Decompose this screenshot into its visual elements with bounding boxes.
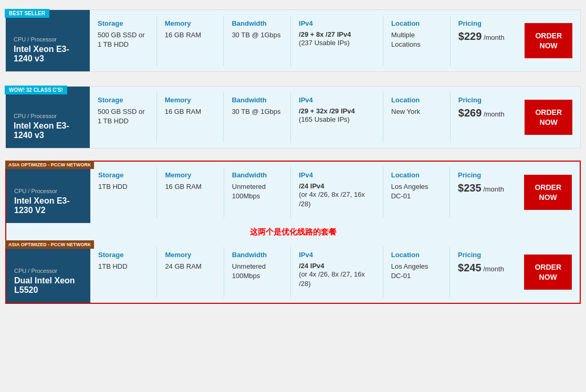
cpu-name-2: Intel Xeon E3-1240 v3 bbox=[14, 121, 82, 140]
memory-header-3: Memory bbox=[165, 171, 215, 179]
cpu-panel-1: CPU / Processor Intel Xeon E3-1240 v3 bbox=[6, 10, 90, 71]
cpu-label-3: CPU / Processor bbox=[14, 188, 82, 194]
product-row-2: WOW! 32 Class C's! CPU / Processor Intel… bbox=[5, 86, 581, 149]
pricing-col-1: Pricing $229 /month bbox=[451, 15, 517, 66]
ipv4-col-2: IPv4 /29 + 32x /29 IPv4 (165 Usable IPs) bbox=[291, 92, 383, 143]
ipv4-col-4: IPv4 /24 IPv4 (or 4x /26, 8x /27, 16x /2… bbox=[291, 247, 383, 298]
pricing-value-2: $269 /month bbox=[458, 107, 509, 119]
order-col-2: ORDERNOW bbox=[517, 87, 580, 148]
order-col-3: ORDERNOW bbox=[516, 162, 580, 223]
memory-header-1: Memory bbox=[165, 19, 216, 27]
cpu-panel-2: CPU / Processor Intel Xeon E3-1240 v3 bbox=[6, 87, 90, 148]
specs-area-1: Storage 500 GB SSD or 1 TB HDD Memory 16… bbox=[90, 10, 517, 71]
bandwidth-value-1: 30 TB @ 1Gbps bbox=[232, 30, 282, 40]
ipv4-detail-4: (or 4x /26, 8x /27, 16x /28) bbox=[299, 270, 375, 289]
location-header-3: Location bbox=[391, 171, 442, 179]
location-header-4: Location bbox=[391, 251, 442, 259]
bandwidth-value-4: Unmetered 100Mbps bbox=[232, 262, 282, 281]
ipv4-header-3: IPv4 bbox=[299, 171, 375, 179]
location-col-3: Location Los Angeles DC-01 bbox=[383, 167, 450, 218]
ipv4-header-2: IPv4 bbox=[299, 96, 375, 104]
product-row-4: ASIA OPTIMIZED - PCCW NETWORK CPU / Proc… bbox=[6, 241, 580, 303]
pricing-header-2: Pricing bbox=[458, 96, 509, 104]
location-col-4: Location Los Angeles DC-01 bbox=[383, 247, 450, 298]
location-value-1: Multiple Locations bbox=[391, 30, 442, 49]
storage-value-3: 1TB HDD bbox=[98, 182, 149, 192]
bandwidth-col-3: Bandwidth Unmetered 100Mbps bbox=[224, 167, 291, 218]
order-col-4: ORDERNOW bbox=[516, 241, 580, 303]
storage-col-4: Storage 1TB HDD bbox=[90, 247, 157, 298]
ipv4-col-3: IPv4 /24 IPv4 (or 4x /26, 8x /27, 16x /2… bbox=[291, 167, 383, 218]
specs-area-4: Storage 1TB HDD Memory 24 GB RAM Bandwid… bbox=[90, 241, 516, 303]
asia-wrapper: ASIA OPTIMIZED - PCCW NETWORK CPU / Proc… bbox=[5, 161, 581, 304]
storage-header-3: Storage bbox=[98, 171, 149, 179]
cpu-panel-4: CPU / Processor Dual Intel Xeon L5520 bbox=[6, 241, 90, 303]
memory-col-4: Memory 24 GB RAM bbox=[157, 247, 224, 298]
order-button-1[interactable]: ORDERNOW bbox=[525, 23, 572, 58]
ipv4-detail-3: (or 4x /26, 8x /27, 16x /28) bbox=[299, 190, 375, 209]
ipv4-col-1: IPv4 /29 + 8x /27 IPv4 (237 Usable IPs) bbox=[291, 15, 383, 66]
storage-col-2: Storage 500 GB SSD or 1 TB HDD bbox=[90, 92, 157, 143]
storage-value-2: 500 GB SSD or 1 TB HDD bbox=[98, 107, 149, 126]
product-row-1: BEST SELLER CPU / Processor Intel Xeon E… bbox=[5, 9, 581, 72]
location-value-4: Los Angeles DC-01 bbox=[391, 262, 442, 281]
badge-wow: WOW! 32 Class C's! bbox=[5, 86, 67, 94]
storage-value-1: 500 GB SSD or 1 TB HDD bbox=[98, 30, 149, 49]
bandwidth-col-2: Bandwidth 30 TB @ 1Gbps bbox=[224, 92, 291, 143]
memory-header-2: Memory bbox=[165, 96, 216, 104]
ipv4-bold-4: /24 IPv4 bbox=[299, 262, 375, 270]
bandwidth-col-1: Bandwidth 30 TB @ 1Gbps bbox=[224, 15, 291, 66]
cpu-panel-3: CPU / Processor Intel Xeon E3-1230 V2 bbox=[6, 162, 90, 223]
memory-value-2: 16 GB RAM bbox=[165, 107, 216, 116]
ipv4-bold-3: /24 IPv4 bbox=[299, 182, 375, 190]
storage-col-1: Storage 500 GB SSD or 1 TB HDD bbox=[90, 15, 157, 66]
cpu-label-1: CPU / Processor bbox=[14, 36, 82, 43]
pricing-col-3: Pricing $235 /month bbox=[450, 167, 516, 218]
product-row-3: ASIA OPTIMIZED - PCCW NETWORK CPU / Proc… bbox=[6, 162, 580, 223]
pricing-value-4: $245 /month bbox=[458, 262, 508, 274]
memory-col-1: Memory 16 GB RAM bbox=[157, 15, 224, 66]
storage-value-4: 1TB HDD bbox=[98, 262, 149, 271]
ipv4-header-1: IPv4 bbox=[299, 19, 375, 27]
bandwidth-header-4: Bandwidth bbox=[232, 251, 282, 259]
location-header-1: Location bbox=[391, 19, 442, 27]
location-col-2: Location New York bbox=[383, 92, 451, 143]
storage-header-2: Storage bbox=[98, 96, 149, 104]
pricing-header-1: Pricing bbox=[458, 19, 509, 27]
storage-header-1: Storage bbox=[98, 19, 149, 27]
ipv4-bold-2: /29 + 32x /29 IPv4 bbox=[299, 107, 375, 115]
pricing-header-4: Pricing bbox=[458, 251, 508, 259]
storage-col-3: Storage 1TB HDD bbox=[90, 167, 157, 218]
specs-row-4: Storage 1TB HDD Memory 24 GB RAM Bandwid… bbox=[90, 241, 516, 303]
bandwidth-header-3: Bandwidth bbox=[232, 171, 282, 179]
bandwidth-value-2: 30 TB @ 1Gbps bbox=[232, 107, 282, 116]
order-button-3[interactable]: ORDERNOW bbox=[524, 175, 572, 209]
location-header-2: Location bbox=[391, 96, 442, 104]
page-wrapper: BEST SELLER CPU / Processor Intel Xeon E… bbox=[5, 9, 581, 304]
storage-header-4: Storage bbox=[98, 251, 149, 259]
badge-asia-1: ASIA OPTIMIZED - PCCW NETWORK bbox=[5, 161, 94, 169]
location-value-2: New York bbox=[391, 107, 442, 116]
memory-col-2: Memory 16 GB RAM bbox=[157, 92, 224, 143]
specs-row-2: Storage 500 GB SSD or 1 TB HDD Memory 16… bbox=[90, 87, 517, 148]
memory-value-4: 24 GB RAM bbox=[165, 262, 215, 271]
specs-area-2: Storage 500 GB SSD or 1 TB HDD Memory 16… bbox=[90, 87, 517, 148]
cpu-label-4: CPU / Processor bbox=[14, 268, 82, 274]
specs-area-3: Storage 1TB HDD Memory 16 GB RAM Bandwid… bbox=[90, 162, 516, 223]
pricing-col-2: Pricing $269 /month bbox=[451, 92, 517, 143]
location-value-3: Los Angeles DC-01 bbox=[391, 182, 442, 201]
ipv4-header-4: IPv4 bbox=[299, 251, 375, 259]
ipv4-detail-2: (165 Usable IPs) bbox=[299, 115, 375, 124]
ipv4-bold-1: /29 + 8x /27 IPv4 bbox=[299, 30, 375, 38]
order-button-4[interactable]: ORDERNOW bbox=[524, 255, 572, 289]
badge-best-seller: BEST SELLER bbox=[5, 9, 49, 18]
memory-header-4: Memory bbox=[165, 251, 215, 259]
bandwidth-header-2: Bandwidth bbox=[232, 96, 282, 104]
cpu-name-3: Intel Xeon E3-1230 V2 bbox=[14, 196, 82, 215]
order-button-2[interactable]: ORDERNOW bbox=[525, 100, 572, 134]
cpu-name-4: Dual Intel Xeon L5520 bbox=[14, 276, 82, 295]
bandwidth-col-4: Bandwidth Unmetered 100Mbps bbox=[224, 247, 291, 298]
ipv4-detail-1: (237 Usable IPs) bbox=[299, 38, 375, 48]
memory-value-3: 16 GB RAM bbox=[165, 182, 215, 192]
pricing-header-3: Pricing bbox=[458, 171, 508, 179]
